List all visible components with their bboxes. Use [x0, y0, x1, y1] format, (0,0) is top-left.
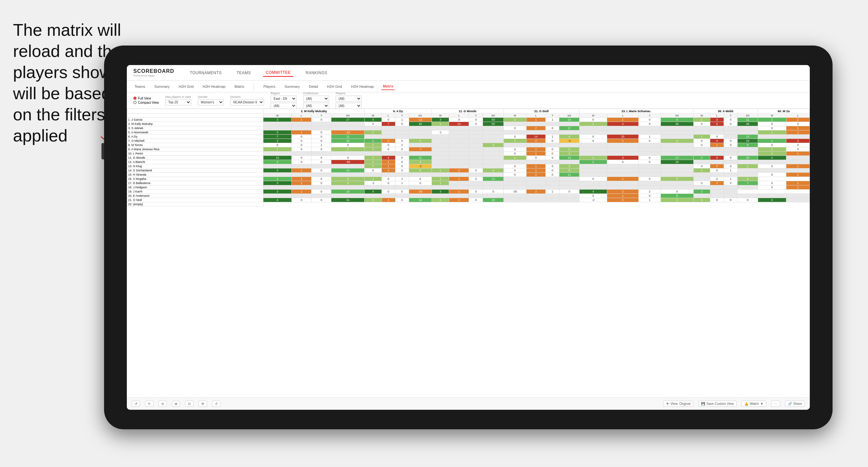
subnav-players[interactable]: Players [262, 83, 277, 90]
matrix-cell [449, 160, 469, 164]
division-select[interactable]: NCAA Division II [230, 99, 264, 105]
table-row: 15. H Stranda0201101 [127, 173, 810, 177]
watch-icon: 🔔 [744, 402, 748, 406]
matrix-cell: 0 [579, 139, 607, 143]
matrix-cell: 0 [312, 198, 331, 202]
division-label: Division [230, 95, 264, 98]
matrix-cell: 2 [579, 160, 607, 164]
players-sub-select[interactable]: (All) [336, 103, 362, 109]
matrix-cell [738, 173, 758, 177]
sh-t1: T [312, 114, 331, 118]
zoom-out-button[interactable]: ⊖ [158, 401, 167, 407]
table-row: 2. M Kelly Mulcahy0704011005014045060460… [127, 122, 810, 126]
matrix-cell: 4 [710, 156, 723, 160]
subnav-h2h-grid2[interactable]: H2H Grid [326, 83, 343, 90]
subnav-h2h-grid[interactable]: H2H Grid [177, 83, 195, 90]
view-option-compact[interactable]: Compact View [133, 101, 159, 104]
matrix-cell: 0 [395, 139, 409, 143]
matrix-cell: 2 [607, 198, 639, 202]
matrix-cell [661, 152, 694, 156]
matrix-cell: 0 [312, 130, 331, 135]
matrix-cell [559, 185, 580, 190]
matrix-cell [693, 130, 710, 135]
more-button[interactable]: ⋯ [771, 401, 780, 407]
filter-region: Region East - DII (All) [271, 92, 297, 109]
matrix-cell [432, 126, 449, 130]
matrix-cell [483, 135, 503, 139]
matrix-cell: 1 [607, 139, 639, 143]
table-row: 20. E Andersson0108 [127, 194, 810, 198]
matrix-cell: -11 [409, 118, 432, 122]
nav-tournaments[interactable]: TOURNAMENTS [187, 69, 224, 76]
matrix-cell [483, 185, 503, 190]
region-sub-select[interactable]: (All) [271, 103, 297, 109]
matrix-cell [264, 185, 292, 190]
matrix-cell: 0 [469, 198, 483, 202]
nav-committee[interactable]: COMMITTEE [263, 69, 293, 77]
matrix-cell [291, 194, 311, 198]
matrix-cell [724, 185, 738, 190]
conference-sub-select[interactable]: (All) [303, 103, 329, 109]
matrix-cell: 0 [546, 152, 559, 156]
subnav-matrix2[interactable]: Matrix [381, 83, 395, 90]
matrix-cell: 0 [710, 177, 723, 181]
matrix-cell [365, 185, 381, 190]
nav-teams[interactable]: TEAMS [234, 69, 254, 76]
matrix-cell: 3 [559, 164, 580, 168]
view-option-full[interactable]: Full View [133, 97, 159, 100]
matrix-cell: 1 [503, 118, 526, 122]
subnav-h2h-heatmap2[interactable]: H2H Heatmap [350, 83, 375, 90]
matrix-cell [639, 126, 660, 130]
matrix-cell: -58 [331, 160, 365, 164]
subnav-summary[interactable]: Summary [153, 83, 171, 90]
save-custom-label: Save Custom View [706, 402, 734, 406]
matrix-cell [786, 135, 809, 139]
share-button[interactable]: 🔗 Share [785, 401, 805, 407]
settings-button[interactable]: ⚙ [198, 401, 207, 407]
matrix-cell [432, 194, 449, 198]
subnav-matrix[interactable]: Matrix [233, 83, 246, 90]
watch-button[interactable]: 🔔 Watch ▼ [742, 401, 766, 407]
zoom-in-button[interactable]: ⊕ [172, 401, 180, 407]
sh-t2: T [395, 114, 409, 118]
refresh-button[interactable]: ↺ [212, 401, 220, 407]
matrix-cell: 0 [503, 147, 526, 152]
matrix-cell: 0 [503, 168, 526, 173]
fit-button[interactable]: ⊡ [185, 401, 193, 407]
matrix-cell [449, 147, 469, 152]
matrix-cell: 0 [395, 122, 409, 126]
matrix-cell [449, 126, 469, 130]
matrix-cell [607, 126, 639, 130]
matrix-cell: 45 [661, 122, 694, 126]
conference-select[interactable]: (All) [303, 96, 329, 102]
matrix-cell [693, 185, 710, 190]
matrix-cell: 2 [693, 190, 710, 194]
save-custom-button[interactable]: 💾 Save Custom View [698, 401, 737, 407]
matrix-cell: 1 [786, 130, 809, 135]
matrix-cell: 3 [432, 190, 449, 194]
subnav-teams[interactable]: Teams [133, 83, 146, 90]
matrix-cell [395, 130, 409, 135]
view-original-button[interactable]: 👁 View: Original [663, 401, 694, 407]
matrix-cell: 1 [365, 198, 381, 202]
matrix-cell: 4 [381, 156, 395, 160]
redo-button[interactable]: ↻ [145, 401, 154, 407]
matrix-cell: 0 [449, 118, 469, 122]
nav-rankings[interactable]: RANKINGS [303, 69, 330, 76]
subnav-h2h-heatmap[interactable]: H2H Heatmap [201, 83, 227, 90]
matrix-cell: 1 [639, 135, 660, 139]
matrix-content[interactable]: 2. M Kelly Mulcahy 6. A Dy 11. G Woods 2… [127, 108, 810, 397]
undo-button[interactable]: ↺ [132, 401, 140, 407]
matrix-cell: 1 [639, 198, 660, 202]
subnav-detail[interactable]: Detail [308, 83, 319, 90]
players-select[interactable]: (All) [336, 96, 362, 102]
matrix-cell [432, 156, 449, 160]
matrix-cell: 10 [264, 156, 292, 160]
max-players-select[interactable]: Top 25 [165, 99, 191, 105]
gender-select[interactable]: Women's [198, 99, 224, 105]
region-select[interactable]: East - DII [271, 96, 297, 102]
matrix-cell: 1 [546, 190, 559, 194]
subnav-summary2[interactable]: Summary [283, 83, 301, 90]
matrix-cell: 3 [786, 139, 809, 143]
matrix-cell [483, 156, 503, 160]
